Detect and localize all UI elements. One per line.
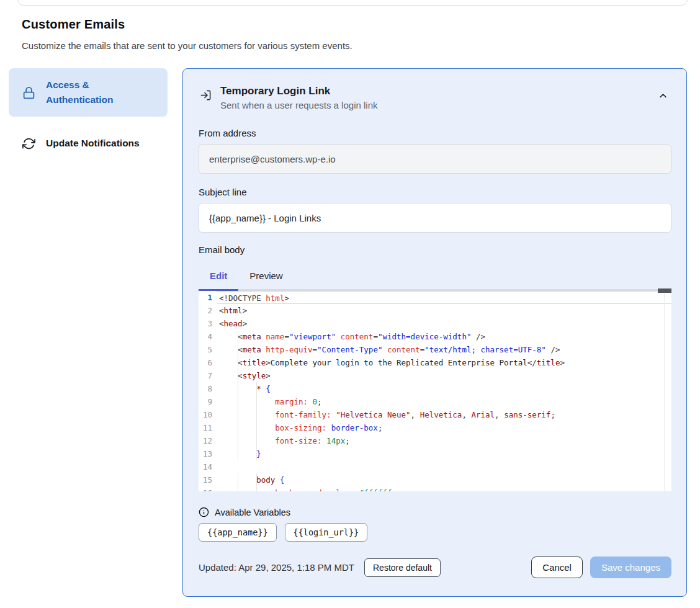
updated-timestamp: Updated: Apr 29, 2025, 1:18 PM MDT [199,562,354,573]
variable-chip[interactable]: {{app_name}} [199,523,277,542]
sidebar: Access & Authentication Update Notificat… [9,68,168,170]
indent-guide [256,486,257,491]
code-line-content: <meta http-equiv="Content-Type" content=… [217,343,671,356]
code-line: 3<head> [199,317,671,330]
code-line: 13 } [199,447,671,460]
indent-guide [238,408,238,421]
indent-guide [256,447,257,460]
tab-preview[interactable]: Preview [238,265,294,291]
log-in-icon [200,89,212,101]
panel-footer: Updated: Apr 29, 2025, 1:18 PM MDT Resto… [199,557,671,578]
code-line-content: background-color: #ffffff; [217,486,671,491]
indent-guide [238,356,238,369]
variable-chip[interactable]: {{login_url}} [285,523,368,542]
indent-guide [256,408,257,421]
code-line-content: <html> [217,304,671,317]
page: Customer Emails Customize the emails tha… [0,0,700,608]
code-line: 14 [199,460,671,473]
indent-guide [238,473,238,486]
indent-guide [256,473,257,486]
code-line: 2<html> [199,304,671,317]
code-line: 6 <title>Complete your login to the Repl… [199,356,671,369]
code-line: 16 background-color: #ffffff; [199,486,671,491]
sidebar-item-update-notifications[interactable]: Update Notifications [9,127,168,159]
page-title: Customer Emails [22,17,125,32]
line-number: 16 [199,486,217,491]
indent-guide [238,486,238,491]
panel-title: Temporary Login Link [220,85,655,97]
editor-scrollbar-track[interactable] [664,291,665,491]
line-number: 4 [199,330,217,343]
code-line: 10 font-family: "Helvetica Neue", Helvet… [199,408,671,421]
code-line: 12 font-size: 14px; [199,434,671,447]
indent-guide [256,395,257,408]
code-line: 9 margin: 0; [199,395,671,408]
code-line-content: <head> [217,317,671,330]
panel-titles: Temporary Login Link Sent when a user re… [220,85,655,110]
indent-guide [256,434,257,447]
code-line: 8 * { [199,382,671,395]
collapse-button[interactable] [655,87,671,106]
editor-lines: 1<!DOCTYPE html>2<html>3<head>4 <meta na… [199,291,671,491]
line-number: 8 [199,382,217,395]
line-number: 11 [199,421,217,434]
save-changes-button[interactable]: Save changes [590,557,671,578]
code-line-content: body { [217,473,671,486]
line-number: 12 [199,434,217,447]
cancel-button[interactable]: Cancel [531,557,583,578]
indent-guide [238,434,238,447]
chevron-up-icon [658,91,668,102]
email-body-tabs: Edit Preview [199,265,671,291]
email-template-panel: Temporary Login Link Sent when a user re… [182,68,687,597]
line-number: 1 [199,291,217,304]
indent-guide [238,382,238,395]
page-subtitle: Customize the emails that are sent to yo… [22,40,352,51]
subject-line-input[interactable] [199,203,671,233]
indent-guide [238,369,238,382]
line-number: 6 [199,356,217,369]
code-line-content: margin: 0; [217,395,671,408]
available-variables-label: Available Variables [215,507,290,517]
sidebar-item-access-authentication[interactable]: Access & Authentication [9,68,168,117]
code-line-content: <!DOCTYPE html> [217,291,671,304]
indent-guide [256,421,257,434]
code-line: 1<!DOCTYPE html> [199,291,671,304]
code-line-content [217,460,671,473]
code-line-content: box-sizing: border-box; [217,421,671,434]
code-editor[interactable]: 1<!DOCTYPE html>2<html>3<head>4 <meta na… [199,291,671,491]
indent-guide [238,343,238,356]
line-number: 3 [199,317,217,330]
code-line-content: font-size: 14px; [217,434,671,447]
code-line-content: * { [217,382,671,395]
code-line: 7 <style> [199,369,671,382]
line-number: 10 [199,408,217,421]
code-line: 5 <meta http-equiv="Content-Type" conten… [199,343,671,356]
code-line-content: <meta name="viewport" content="width=dev… [217,330,671,343]
sidebar-item-label: Update Notifications [46,136,140,151]
indent-guide [238,330,238,343]
sidebar-item-label: Access & Authentication [46,78,159,107]
info-icon [199,507,209,517]
subject-line-label: Subject line [199,187,671,197]
code-line-content: <title>Complete your login to the Replic… [217,356,671,369]
code-editor-wrap: 1<!DOCTYPE html>2<html>3<head>4 <meta na… [199,291,671,491]
tab-edit[interactable]: Edit [199,265,238,291]
previous-card-edge [17,0,688,6]
indent-guide [238,421,238,434]
indent-guide [238,447,238,460]
indent-guide [238,395,238,408]
indent-guide [256,382,257,395]
code-line-content: } [217,447,671,460]
line-number: 14 [199,460,217,473]
panel-header: Temporary Login Link Sent when a user re… [199,85,671,110]
from-address-input[interactable] [199,144,671,174]
panel-subtitle: Sent when a user requests a login link [220,100,655,110]
line-number: 2 [199,304,217,317]
lock-icon [22,86,35,99]
restore-default-button[interactable]: Restore default [364,558,441,577]
code-line-content: <style> [217,369,671,382]
email-body-label: Email body [199,244,671,255]
editor-scrollbar-thumb[interactable] [658,288,671,293]
code-line-content: font-family: "Helvetica Neue", Helvetica… [217,408,671,421]
line-number: 9 [199,395,217,408]
